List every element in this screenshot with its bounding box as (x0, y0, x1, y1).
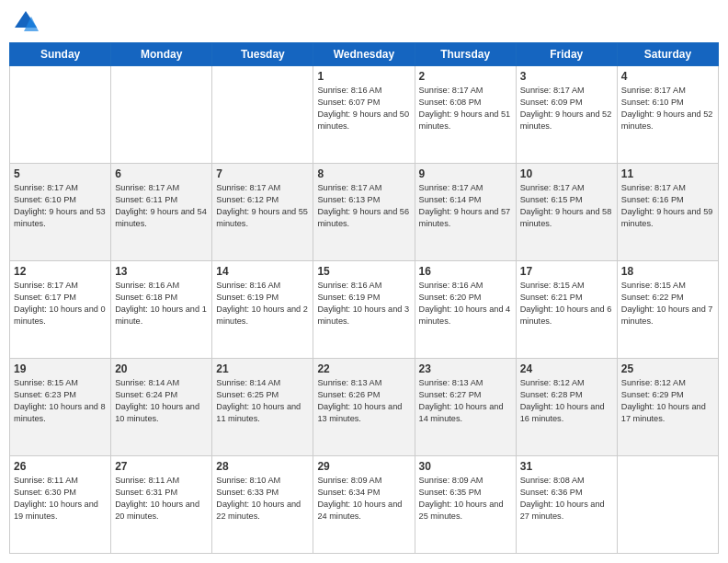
calendar-cell: 17Sunrise: 8:15 AM Sunset: 6:21 PM Dayli… (516, 261, 617, 359)
calendar-cell (617, 456, 718, 554)
page: SundayMondayTuesdayWednesdayThursdayFrid… (0, 0, 728, 563)
calendar-cell (212, 66, 313, 164)
week-row-0: 1Sunrise: 8:16 AM Sunset: 6:07 PM Daylig… (10, 66, 719, 164)
calendar-cell: 28Sunrise: 8:10 AM Sunset: 6:33 PM Dayli… (212, 456, 313, 554)
calendar-cell: 1Sunrise: 8:16 AM Sunset: 6:07 PM Daylig… (313, 66, 415, 164)
calendar-cell: 8Sunrise: 8:17 AM Sunset: 6:13 PM Daylig… (313, 164, 415, 261)
week-row-2: 12Sunrise: 8:17 AM Sunset: 6:17 PM Dayli… (10, 261, 719, 359)
day-number: 23 (419, 362, 512, 375)
day-info: Sunrise: 8:17 AM Sunset: 6:14 PM Dayligh… (419, 182, 512, 230)
calendar-cell: 20Sunrise: 8:14 AM Sunset: 6:24 PM Dayli… (111, 359, 212, 456)
calendar-cell: 13Sunrise: 8:16 AM Sunset: 6:18 PM Dayli… (111, 261, 212, 359)
day-info: Sunrise: 8:14 AM Sunset: 6:24 PM Dayligh… (115, 377, 208, 425)
week-row-4: 26Sunrise: 8:11 AM Sunset: 6:30 PM Dayli… (10, 456, 719, 554)
calendar-cell: 10Sunrise: 8:17 AM Sunset: 6:15 PM Dayli… (516, 164, 617, 261)
day-number: 13 (115, 265, 208, 278)
day-info: Sunrise: 8:13 AM Sunset: 6:27 PM Dayligh… (419, 377, 512, 425)
weekday-header-monday: Monday (111, 43, 212, 66)
calendar-cell: 4Sunrise: 8:17 AM Sunset: 6:10 PM Daylig… (617, 66, 718, 164)
calendar-cell: 16Sunrise: 8:16 AM Sunset: 6:20 PM Dayli… (415, 261, 516, 359)
day-info: Sunrise: 8:17 AM Sunset: 6:10 PM Dayligh… (621, 85, 714, 132)
day-number: 17 (520, 265, 613, 278)
day-info: Sunrise: 8:14 AM Sunset: 6:25 PM Dayligh… (216, 377, 309, 425)
week-row-1: 5Sunrise: 8:17 AM Sunset: 6:10 PM Daylig… (10, 164, 719, 261)
calendar-cell: 26Sunrise: 8:11 AM Sunset: 6:30 PM Dayli… (10, 456, 111, 554)
day-info: Sunrise: 8:15 AM Sunset: 6:23 PM Dayligh… (14, 377, 107, 425)
weekday-header-sunday: Sunday (10, 43, 111, 66)
calendar-cell (111, 66, 212, 164)
calendar-cell: 30Sunrise: 8:09 AM Sunset: 6:35 PM Dayli… (415, 456, 516, 554)
day-info: Sunrise: 8:17 AM Sunset: 6:09 PM Dayligh… (520, 85, 613, 132)
calendar-cell: 5Sunrise: 8:17 AM Sunset: 6:10 PM Daylig… (10, 164, 111, 261)
calendar-cell: 12Sunrise: 8:17 AM Sunset: 6:17 PM Dayli… (10, 261, 111, 359)
day-info: Sunrise: 8:12 AM Sunset: 6:29 PM Dayligh… (621, 377, 714, 425)
weekday-header-saturday: Saturday (617, 43, 718, 66)
day-info: Sunrise: 8:16 AM Sunset: 6:18 PM Dayligh… (115, 280, 208, 327)
day-info: Sunrise: 8:17 AM Sunset: 6:13 PM Dayligh… (317, 182, 410, 230)
day-number: 5 (14, 167, 107, 180)
day-number: 1 (317, 70, 410, 83)
logo-icon (13, 9, 39, 35)
calendar-cell (10, 66, 111, 164)
calendar-cell: 23Sunrise: 8:13 AM Sunset: 6:27 PM Dayli… (415, 359, 516, 456)
day-number: 7 (216, 167, 309, 180)
calendar-cell: 15Sunrise: 8:16 AM Sunset: 6:19 PM Dayli… (313, 261, 415, 359)
day-number: 16 (419, 265, 512, 278)
day-info: Sunrise: 8:17 AM Sunset: 6:08 PM Dayligh… (419, 85, 512, 132)
calendar-cell: 27Sunrise: 8:11 AM Sunset: 6:31 PM Dayli… (111, 456, 212, 554)
day-info: Sunrise: 8:13 AM Sunset: 6:26 PM Dayligh… (317, 377, 410, 425)
day-number: 25 (621, 362, 714, 375)
day-number: 15 (317, 265, 410, 278)
day-number: 19 (14, 362, 107, 375)
weekday-header-tuesday: Tuesday (212, 43, 313, 66)
weekday-row: SundayMondayTuesdayWednesdayThursdayFrid… (10, 43, 719, 66)
week-row-3: 19Sunrise: 8:15 AM Sunset: 6:23 PM Dayli… (10, 359, 719, 456)
calendar-cell: 22Sunrise: 8:13 AM Sunset: 6:26 PM Dayli… (313, 359, 415, 456)
header (9, 9, 719, 35)
day-info: Sunrise: 8:10 AM Sunset: 6:33 PM Dayligh… (216, 475, 309, 523)
calendar-cell: 19Sunrise: 8:15 AM Sunset: 6:23 PM Dayli… (10, 359, 111, 456)
day-number: 11 (621, 167, 714, 180)
calendar-cell: 9Sunrise: 8:17 AM Sunset: 6:14 PM Daylig… (415, 164, 516, 261)
weekday-header-friday: Friday (516, 43, 617, 66)
calendar-cell: 6Sunrise: 8:17 AM Sunset: 6:11 PM Daylig… (111, 164, 212, 261)
weekday-header-thursday: Thursday (415, 43, 516, 66)
day-info: Sunrise: 8:12 AM Sunset: 6:28 PM Dayligh… (520, 377, 613, 425)
calendar-cell: 21Sunrise: 8:14 AM Sunset: 6:25 PM Dayli… (212, 359, 313, 456)
day-number: 6 (115, 167, 208, 180)
day-number: 31 (520, 460, 613, 473)
day-number: 10 (520, 167, 613, 180)
calendar-cell: 3Sunrise: 8:17 AM Sunset: 6:09 PM Daylig… (516, 66, 617, 164)
calendar-cell: 2Sunrise: 8:17 AM Sunset: 6:08 PM Daylig… (415, 66, 516, 164)
day-info: Sunrise: 8:16 AM Sunset: 6:07 PM Dayligh… (317, 85, 410, 132)
calendar-cell: 14Sunrise: 8:16 AM Sunset: 6:19 PM Dayli… (212, 261, 313, 359)
day-info: Sunrise: 8:11 AM Sunset: 6:31 PM Dayligh… (115, 475, 208, 523)
day-info: Sunrise: 8:11 AM Sunset: 6:30 PM Dayligh… (14, 475, 107, 523)
day-info: Sunrise: 8:17 AM Sunset: 6:12 PM Dayligh… (216, 182, 309, 230)
day-number: 3 (520, 70, 613, 83)
calendar-cell: 18Sunrise: 8:15 AM Sunset: 6:22 PM Dayli… (617, 261, 718, 359)
day-info: Sunrise: 8:17 AM Sunset: 6:16 PM Dayligh… (621, 182, 714, 230)
calendar-cell: 11Sunrise: 8:17 AM Sunset: 6:16 PM Dayli… (617, 164, 718, 261)
day-number: 18 (621, 265, 714, 278)
day-number: 27 (115, 460, 208, 473)
calendar-body: 1Sunrise: 8:16 AM Sunset: 6:07 PM Daylig… (10, 66, 719, 554)
day-number: 22 (317, 362, 410, 375)
calendar-header: SundayMondayTuesdayWednesdayThursdayFrid… (10, 43, 719, 66)
day-number: 21 (216, 362, 309, 375)
day-number: 2 (419, 70, 512, 83)
day-number: 24 (520, 362, 613, 375)
day-info: Sunrise: 8:09 AM Sunset: 6:34 PM Dayligh… (317, 475, 410, 523)
calendar-cell: 25Sunrise: 8:12 AM Sunset: 6:29 PM Dayli… (617, 359, 718, 456)
day-info: Sunrise: 8:17 AM Sunset: 6:11 PM Dayligh… (115, 182, 208, 230)
day-info: Sunrise: 8:08 AM Sunset: 6:36 PM Dayligh… (520, 475, 613, 523)
day-info: Sunrise: 8:16 AM Sunset: 6:19 PM Dayligh… (216, 280, 309, 327)
logo (13, 9, 42, 35)
day-number: 12 (14, 265, 107, 278)
day-number: 30 (419, 460, 512, 473)
day-info: Sunrise: 8:09 AM Sunset: 6:35 PM Dayligh… (419, 475, 512, 523)
calendar-cell: 29Sunrise: 8:09 AM Sunset: 6:34 PM Dayli… (313, 456, 415, 554)
day-info: Sunrise: 8:16 AM Sunset: 6:19 PM Dayligh… (317, 280, 410, 327)
day-info: Sunrise: 8:17 AM Sunset: 6:10 PM Dayligh… (14, 182, 107, 230)
day-info: Sunrise: 8:15 AM Sunset: 6:21 PM Dayligh… (520, 280, 613, 327)
